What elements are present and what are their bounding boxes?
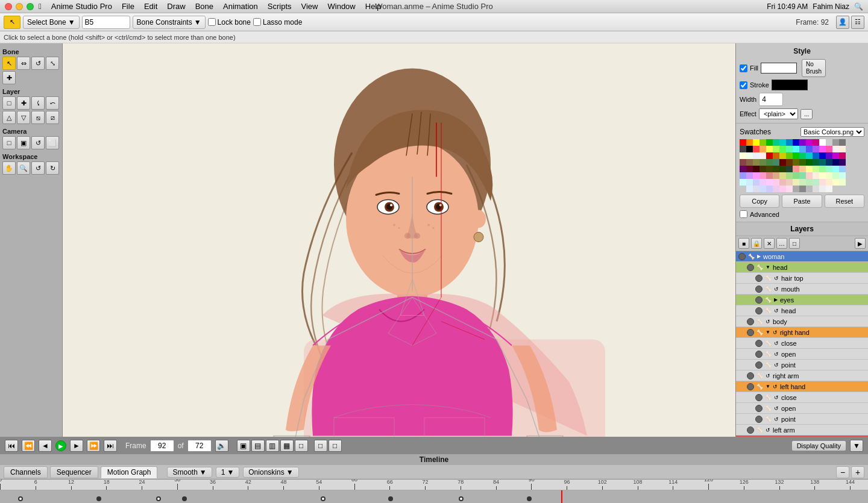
bone-constraints-dropdown[interactable]: Bone Constraints ▼ [133, 16, 206, 29]
stroke-color-swatch[interactable] [772, 80, 808, 90]
layer-expand-arrow[interactable]: ▶ [757, 254, 761, 259]
copy-button[interactable]: Copy [740, 195, 779, 208]
minimize-button[interactable] [16, 3, 23, 10]
camera-tool-4[interactable]: ⬜ [46, 136, 59, 149]
layer-visibility-icon[interactable] [747, 264, 754, 271]
color-cell[interactable] [799, 166, 806, 172]
color-cell[interactable] [799, 146, 806, 152]
draw-menu[interactable]: Draw [162, 2, 190, 11]
color-cell[interactable] [832, 172, 839, 179]
color-cell[interactable] [740, 152, 746, 159]
reset-button[interactable]: Reset [825, 195, 864, 208]
color-cell[interactable] [806, 152, 813, 159]
lasso-mode-checkbox[interactable] [253, 18, 261, 26]
layer-visibility-icon[interactable] [755, 286, 763, 293]
color-cell[interactable] [832, 179, 839, 186]
swatches-preset-select[interactable]: Basic Colors.png [800, 127, 864, 137]
layer-item[interactable]: 🦴↺open [736, 403, 868, 414]
step-back-button[interactable]: ⏪ [22, 440, 35, 452]
display-quality-button[interactable]: Display Quality [791, 440, 846, 451]
view-mode-5[interactable]: □ [295, 440, 308, 452]
color-cell[interactable] [779, 152, 786, 159]
color-cell[interactable] [773, 166, 779, 172]
layer-visibility-icon[interactable] [738, 253, 746, 260]
layer-item[interactable]: 🦴↺open [736, 349, 868, 360]
layer-visibility-icon[interactable] [755, 307, 763, 314]
color-cell[interactable] [779, 186, 786, 192]
sequencer-tab[interactable]: Sequencer [50, 466, 98, 478]
select-bone-tool[interactable]: ↖ [2, 57, 16, 70]
color-cell[interactable] [826, 179, 832, 186]
color-cell[interactable] [746, 179, 753, 186]
layer-expand-arrow[interactable]: ▼ [766, 264, 770, 270]
layer-visibility-icon[interactable] [755, 275, 763, 282]
color-cell[interactable] [740, 146, 746, 152]
layer-visibility-icon[interactable] [747, 383, 754, 390]
color-cell[interactable] [786, 186, 793, 192]
color-cell[interactable] [746, 186, 753, 192]
color-cell[interactable] [766, 166, 773, 172]
zoom-in-button[interactable]: + [851, 466, 864, 478]
color-cell[interactable] [839, 172, 846, 179]
layer-menu-button[interactable]: … [776, 238, 787, 249]
animation-menu[interactable]: Animation [218, 2, 263, 11]
color-cell[interactable] [813, 179, 819, 186]
timeline-keyframe-dot[interactable] [182, 496, 187, 501]
color-cell[interactable] [746, 172, 753, 179]
color-cell[interactable] [826, 152, 832, 159]
timeline-keyframe-dot[interactable] [18, 496, 23, 501]
color-cell[interactable] [779, 172, 786, 179]
color-cell[interactable] [839, 146, 846, 152]
lasso-mode-checkbox-wrap[interactable]: Lasso mode [253, 18, 302, 27]
layer-visibility-icon[interactable] [755, 394, 763, 401]
color-cell[interactable] [753, 179, 760, 186]
color-cell[interactable] [773, 159, 779, 166]
color-cell[interactable] [799, 179, 806, 186]
color-cell[interactable] [786, 146, 793, 152]
layer-item[interactable]: 🦴↺body [736, 316, 868, 327]
volume-button[interactable]: 🔈 [215, 440, 228, 452]
layer-item[interactable]: 🦴▶eyes [736, 295, 868, 305]
color-cell[interactable] [773, 186, 779, 192]
view-mode-3[interactable]: ▥ [266, 440, 279, 452]
color-cell[interactable] [753, 152, 760, 159]
color-cell[interactable] [766, 186, 773, 192]
color-cell[interactable] [793, 152, 799, 159]
effect-settings-button[interactable]: ... [800, 109, 813, 119]
color-cell[interactable] [760, 186, 766, 192]
step-forward-button[interactable]: ⏩ [87, 440, 100, 452]
color-cell[interactable] [779, 179, 786, 186]
layer-visibility-icon[interactable] [747, 329, 754, 336]
view-mode-1[interactable]: ▣ [237, 440, 250, 452]
color-cell[interactable] [799, 172, 806, 179]
color-cell[interactable] [746, 166, 753, 172]
window-controls[interactable] [5, 3, 34, 10]
bone-menu[interactable]: Bone [190, 2, 218, 11]
color-cell[interactable] [793, 139, 799, 146]
layer-item[interactable]: 🦴↺mouth [736, 284, 868, 295]
color-cell[interactable] [773, 152, 779, 159]
add-bone-tool[interactable]: ✚ [2, 71, 16, 84]
color-cell[interactable] [819, 146, 826, 152]
color-cell[interactable] [839, 139, 846, 146]
lock-bone-checkbox[interactable] [208, 18, 216, 26]
color-cell[interactable] [839, 166, 846, 172]
layer-delete-button[interactable]: ✕ [764, 238, 775, 249]
color-cell[interactable] [740, 166, 746, 172]
color-cell[interactable] [746, 159, 753, 166]
color-cell[interactable] [832, 166, 839, 172]
layer-item[interactable]: 🦴▼head [736, 262, 868, 273]
color-cell[interactable] [793, 186, 799, 192]
smooth-dropdown[interactable]: Smooth ▼ [167, 467, 212, 478]
color-cell[interactable] [806, 159, 813, 166]
color-cell[interactable] [813, 152, 819, 159]
layer-item[interactable]: 🦴↺right arm [736, 370, 868, 381]
zoom-in-tool[interactable]: 🔍 [17, 161, 30, 175]
color-cell[interactable] [766, 172, 773, 179]
translate-bone-tool[interactable]: ⇔ [17, 57, 30, 70]
layer-visibility-icon[interactable] [755, 416, 763, 423]
color-cell[interactable] [819, 166, 826, 172]
fill-color-swatch[interactable] [761, 63, 797, 73]
color-cell[interactable] [799, 139, 806, 146]
color-cell[interactable] [773, 179, 779, 186]
